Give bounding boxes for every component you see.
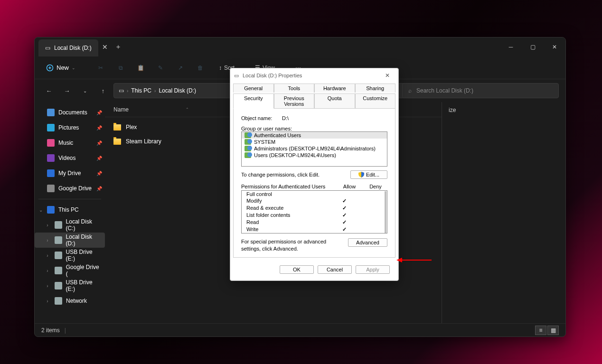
pin-icon[interactable]: 📌	[96, 156, 102, 161]
tab-sharing[interactable]: Sharing	[355, 84, 396, 93]
permission-row: List folder contents✓	[242, 212, 387, 219]
plus-circle-icon	[46, 64, 54, 72]
sidebar-item-local-disk-d-[interactable]: ›Local Disk (D:)	[35, 233, 105, 248]
new-tab-button[interactable]: ＋	[112, 40, 125, 54]
sidebar-item-my-drive[interactable]: My Drive📌	[35, 166, 105, 181]
breadcrumb-this-pc[interactable]: This PC	[131, 87, 151, 94]
chevron-down-icon: ⌄	[72, 65, 75, 70]
details-header: ize	[449, 107, 456, 113]
close-button[interactable]: ✕	[544, 39, 565, 55]
copy-icon[interactable]: ⧉	[112, 60, 130, 75]
object-name-label: Object name:	[241, 115, 276, 121]
sidebar-item-usb-drive-e-[interactable]: ›USB Drive (E:)	[35, 278, 105, 293]
title-bar: ▭ Local Disk (D:) ✕ ＋ ─ ▢ ✕	[35, 37, 565, 56]
group-list[interactable]: Authenticated UsersSYSTEMAdministrators …	[241, 131, 387, 167]
minimize-button[interactable]: ─	[500, 39, 522, 55]
share-icon[interactable]: ↗	[171, 60, 189, 75]
sidebar-this-pc[interactable]: ⌄ This PC	[35, 202, 105, 217]
pin-icon[interactable]: 📌	[96, 125, 102, 131]
group-item[interactable]: SYSTEM	[242, 139, 387, 145]
chevron-right-icon[interactable]: ›	[44, 223, 51, 228]
view-icons-button[interactable]: ▦	[547, 326, 559, 335]
tab-previous-versions[interactable]: Previous Versions	[274, 93, 315, 109]
permissions-list[interactable]: Full controlModify✓Read & execute✓List f…	[241, 190, 387, 233]
sidebar-item-local-disk-c-[interactable]: ›Local Disk (C:)	[35, 217, 105, 233]
sidebar-item-pictures[interactable]: Pictures📌	[35, 120, 105, 135]
tab-title: Local Disk (D:)	[54, 45, 92, 51]
deny-check	[358, 191, 382, 197]
scrollbar[interactable]	[385, 191, 386, 233]
tab-hardware[interactable]: Hardware	[314, 84, 355, 93]
tabs-top: GeneralToolsHardwareSharing	[230, 83, 398, 93]
deny-check	[358, 205, 382, 211]
up-button[interactable]: ↑	[95, 83, 111, 98]
users-icon	[245, 146, 251, 151]
breadcrumb-local-disk-d[interactable]: Local Disk (D:)	[159, 87, 196, 94]
ok-button[interactable]: OK	[280, 265, 314, 274]
chevron-right-icon[interactable]: ›	[44, 238, 51, 243]
cut-icon[interactable]: ✂	[92, 60, 110, 75]
drive-icon	[55, 267, 62, 274]
advanced-hint: For special permissions or advanced sett…	[241, 238, 344, 252]
chevron-right-icon[interactable]: ›	[44, 268, 51, 273]
drive-icon: ▭	[45, 45, 50, 51]
pin-icon[interactable]: 📌	[96, 171, 102, 176]
paste-icon[interactable]: 📋	[132, 60, 150, 75]
advanced-button[interactable]: Advanced	[348, 238, 387, 247]
delete-icon[interactable]: 🗑	[191, 60, 209, 75]
search-input[interactable]: ⌕ Search Local Disk (D:)	[402, 83, 559, 98]
column-name[interactable]: Name	[113, 106, 129, 113]
allow-check	[330, 191, 358, 197]
sidebar-item-google-drive[interactable]: Google Drive📌	[35, 181, 105, 196]
pin-icon[interactable]: 📌	[96, 110, 102, 115]
sidebar-item-usb-drive-e-[interactable]: ›USB Drive (E:)	[35, 248, 105, 263]
drive-icon	[55, 221, 62, 229]
annotation-arrow	[396, 258, 432, 262]
video-icon	[47, 154, 55, 162]
edit-hint: To change permissions, click Edit.	[241, 172, 347, 177]
dialog-title-bar[interactable]: ▭ Local Disk (D:) Properties ✕	[230, 68, 398, 83]
pin-icon[interactable]: 📌	[96, 186, 102, 191]
view-details-button[interactable]: ≡	[535, 326, 546, 335]
group-item[interactable]: Users (DESKTOP-LM924L4\Users)	[242, 152, 387, 159]
users-icon	[245, 152, 251, 158]
maximize-button[interactable]: ▢	[522, 39, 544, 55]
chevron-down-icon[interactable]: ⌄	[38, 207, 44, 213]
chevron-right-icon[interactable]: ›	[44, 253, 51, 258]
sidebar-item-google-drive-[interactable]: ›Google Drive (	[35, 263, 105, 278]
tab-tools[interactable]: Tools	[274, 84, 315, 93]
chevron-right-icon[interactable]: ›	[44, 299, 51, 304]
security-tab-body: Object name: D:\ Group or user names: Au…	[233, 108, 395, 258]
tab-general[interactable]: General	[233, 84, 274, 93]
new-button[interactable]: New ⌄	[41, 62, 80, 74]
sidebar-item-network[interactable]: ›Network	[35, 293, 105, 308]
tab-security[interactable]: Security	[233, 93, 274, 109]
sidebar-item-videos[interactable]: Videos📌	[35, 150, 105, 166]
forward-button[interactable]: →	[59, 83, 75, 98]
folder-icon	[113, 124, 121, 131]
sidebar-item-documents[interactable]: Documents📌	[35, 105, 105, 120]
chevron-right-icon[interactable]: ›	[44, 283, 51, 289]
rename-icon[interactable]: ✎	[151, 60, 169, 75]
edit-button[interactable]: Edit...	[350, 170, 387, 179]
sidebar-item-music[interactable]: Music📌	[35, 135, 105, 150]
tab-local-disk-d[interactable]: ▭ Local Disk (D:)	[38, 39, 98, 56]
permission-row: Read✓	[242, 219, 387, 226]
drive-icon	[55, 297, 62, 305]
doc-icon	[47, 109, 55, 116]
group-item[interactable]: Administrators (DESKTOP-LM924L4\Administ…	[242, 145, 387, 152]
deny-check	[358, 226, 382, 233]
allow-check: ✓	[330, 198, 358, 204]
users-icon	[245, 139, 251, 145]
group-item[interactable]: Authenticated Users	[242, 132, 387, 139]
apply-button[interactable]: Apply	[356, 265, 390, 274]
tab-quota[interactable]: Quota	[314, 93, 355, 109]
pin-icon[interactable]: 📌	[96, 140, 102, 146]
tab-customize[interactable]: Customize	[355, 93, 396, 109]
cancel-button[interactable]: Cancel	[318, 265, 352, 274]
dialog-close-button[interactable]: ✕	[380, 72, 395, 79]
users-icon	[245, 132, 251, 138]
recent-button[interactable]: ⌄	[77, 83, 93, 98]
tab-close-button[interactable]: ✕	[98, 40, 112, 54]
back-button[interactable]: ←	[41, 83, 56, 98]
